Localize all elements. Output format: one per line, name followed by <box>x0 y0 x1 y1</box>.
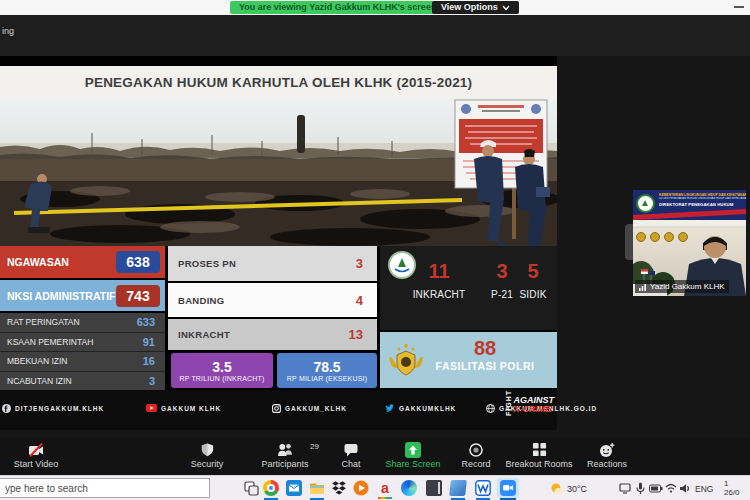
participant-name-tag: Yazid Gakkum KLHK <box>635 280 729 293</box>
view-options-label: View Options <box>441 1 498 14</box>
notebook-app-icon[interactable] <box>426 480 442 496</box>
criminal-value: 3 <box>496 260 507 282</box>
edge-icon[interactable] <box>401 480 417 496</box>
karhutla-field-photo <box>0 99 557 246</box>
globe-icon <box>486 404 495 413</box>
stat-label: NGAWASAN <box>0 256 116 268</box>
slide-title: PENEGAKAN HUKUM KARHUTLA OLEH KLHK (2015… <box>0 66 557 99</box>
polri-panel: 88 FASILITASI POLRI <box>380 332 557 388</box>
criminal-stat: 11 INKRACHT <box>404 260 474 300</box>
money-label: RP MILIAR (EKSEKUSI) <box>277 375 377 382</box>
money-label: RP TRILIUN (INKRACHT) <box>171 375 273 382</box>
a-app-icon[interactable]: a <box>377 480 393 496</box>
zoom-toolbar: Start Video Security Participants 29 <box>0 437 750 475</box>
social-youtube[interactable]: GAKKUM KLHK <box>146 403 221 413</box>
stat-value: 16 <box>143 355 165 367</box>
stat-row-pengawasan: NGAWASAN 638 <box>0 246 165 278</box>
minimize-icon[interactable] <box>734 6 744 8</box>
dropbox-icon[interactable] <box>331 480 347 496</box>
audio-level-icon <box>639 283 647 291</box>
breakout-rooms-label: Breakout Rooms <box>504 459 574 469</box>
start-video-button[interactable]: Start Video <box>4 437 68 469</box>
tray-volume-icon[interactable] <box>679 483 691 494</box>
facebook-icon <box>2 404 11 413</box>
zoom-app-icon[interactable] <box>500 480 516 496</box>
share-screen-label: Share Screen <box>382 459 444 469</box>
webex-icon[interactable] <box>475 480 491 496</box>
language-indicator[interactable]: ENG <box>695 484 713 494</box>
social-twitter[interactable]: GAKKUMKLHK <box>385 403 456 413</box>
breakout-rooms-button[interactable]: Breakout Rooms <box>504 437 574 469</box>
reactions-button[interactable]: Reactions <box>580 437 634 469</box>
stat-label: KSAAN PEMERINTAH <box>0 337 143 347</box>
tray-wifi-icon[interactable] <box>665 483 677 493</box>
social-handle: DITJENGAKKUM.KLHK <box>15 405 104 412</box>
banner-line3: DIREKTORAT PENEGAKAN HUKUM <box>659 202 746 206</box>
chrome-icon[interactable] <box>263 480 279 496</box>
polri-label: FASILITASI POLRI <box>420 360 550 372</box>
social-facebook[interactable]: DITJENGAKKUM.KLHK <box>2 403 104 413</box>
court-value: 13 <box>349 327 377 342</box>
security-button[interactable]: Security <box>182 437 232 469</box>
money-box-trillion: 3.5 RP TRILIUN (INKRACHT) <box>171 353 273 388</box>
clock-time: 1 <box>724 479 740 488</box>
court-row-inkracht: INKRACHT 13 <box>168 319 377 350</box>
windows-taskbar: a 30°C ENG <box>0 475 750 500</box>
task-view-icon[interactable] <box>243 480 259 496</box>
share-screen-button[interactable]: Share Screen <box>382 437 444 469</box>
slide-footer: DITJENGAKKUM.KLHK GAKKUM KLHK GAKKUM_KLH… <box>0 390 557 430</box>
banner-line1: KEMENTERIAN LINGKUNGAN HIDUP DAN KEHUTAN… <box>659 193 736 196</box>
participants-count: 29 <box>310 442 319 451</box>
office-banner: KEMENTERIAN LINGKUNGAN HIDUP DAN KEHUTAN… <box>633 190 746 220</box>
tray-mic-icon[interactable] <box>636 482 645 495</box>
clock-date: 26/0 <box>724 488 740 497</box>
record-button[interactable]: Record <box>452 437 500 469</box>
klhk-banner-logo-icon <box>636 194 655 213</box>
recording-text-fragment: ing <box>2 26 14 36</box>
twitter-icon <box>385 404 395 413</box>
presentation-slide: PENEGAKAN HUKUM KARHUTLA OLEH KLHK (2015… <box>0 56 557 430</box>
stat-value: 91 <box>143 336 165 348</box>
file-explorer-icon[interactable] <box>309 480 325 496</box>
campaign-xcrime: X-CRIME <box>514 405 555 414</box>
security-label: Security <box>182 459 232 469</box>
tray-battery-icon[interactable] <box>649 484 663 493</box>
blue-box-app-icon[interactable] <box>449 480 467 496</box>
meeting-top-bar: You are viewing Yazid Gakkum KLHK's scre… <box>0 0 750 15</box>
record-label: Record <box>452 459 500 469</box>
money-value: 78.5 <box>277 360 377 375</box>
mail-icon[interactable] <box>286 480 302 496</box>
chat-button[interactable]: Chat <box>332 437 370 469</box>
court-label: PROSES PN <box>168 258 356 269</box>
weather-icon[interactable] <box>550 482 564 495</box>
weather-temp[interactable]: 30°C <box>567 484 587 494</box>
reactions-icon <box>599 442 615 458</box>
media-player-icon[interactable] <box>353 480 369 496</box>
breakout-rooms-icon <box>532 442 547 457</box>
participants-icon <box>277 442 294 457</box>
fight-against-x-crime-logo: FIGHT AGAINST X-CRIME <box>505 394 555 416</box>
slide-title-band: PENEGAKAN HUKUM KARHUTLA OLEH KLHK (2015… <box>0 66 557 99</box>
participants-button[interactable]: Participants 29 <box>248 437 322 469</box>
stat-value: 3 <box>149 375 165 387</box>
stat-subrow: NCABUTAN IZIN 3 <box>0 372 165 391</box>
wall-emblems <box>637 233 688 242</box>
taskbar-search-input[interactable] <box>0 478 210 498</box>
participant-video-thumbnail[interactable]: KEMENTERIAN LINGKUNGAN HIDUP DAN KEHUTAN… <box>633 190 746 296</box>
social-instagram[interactable]: GAKKUM_KLHK <box>272 403 347 413</box>
stat-subrow: RAT PERINGATAN 633 <box>0 313 165 333</box>
tray-display-icon[interactable] <box>619 483 631 494</box>
taskbar-clock[interactable]: 1 26/0 <box>724 479 740 497</box>
stat-label: NCABUTAN IZIN <box>0 376 149 386</box>
stat-badge: 638 <box>116 251 160 273</box>
slide-top-strip <box>0 56 557 66</box>
court-value: 3 <box>356 256 377 271</box>
stat-subrow: MBEKUAN IZIN 16 <box>0 352 165 372</box>
view-options-button[interactable]: View Options <box>432 1 519 14</box>
participant-name: Yazid Gakkum KLHK <box>650 282 725 291</box>
stat-label: NKSI ADMINISTRATIF <box>0 290 116 302</box>
shield-icon <box>200 442 215 458</box>
court-label: BANDING <box>168 295 356 306</box>
app-title-strip: ing <box>0 15 750 56</box>
money-value: 3.5 <box>171 360 273 375</box>
